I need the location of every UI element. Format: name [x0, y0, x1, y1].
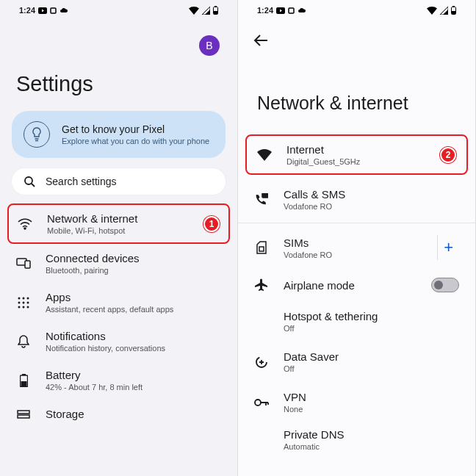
svg-point-10 [23, 297, 25, 299]
page-title: Network & internet [238, 50, 475, 134]
svg-rect-21 [18, 411, 29, 414]
youtube-icon [38, 7, 47, 14]
row-title: Storage [46, 408, 221, 420]
row-subtitle: Assistant, recent apps, default apps [46, 305, 221, 314]
row-vpn[interactable]: VPN None [238, 382, 475, 422]
row-subtitle: 42% - About 7 hr, 8 min left [46, 383, 221, 392]
back-button[interactable] [251, 31, 270, 50]
svg-rect-20 [21, 381, 26, 386]
wifi-icon [18, 218, 32, 230]
row-title: Private DNS [284, 428, 459, 441]
row-title: Airplane mode [284, 279, 416, 292]
wifi-filled-icon [257, 149, 272, 161]
row-apps[interactable]: Apps Assistant, recent apps, default app… [0, 283, 237, 322]
airplane-toggle[interactable] [431, 278, 459, 292]
cloud-icon [298, 7, 306, 14]
row-title: Battery [46, 369, 221, 381]
profile-avatar[interactable]: B [199, 35, 220, 56]
row-title: Notifications [46, 330, 221, 342]
key-icon [254, 398, 269, 407]
data-saver-icon [254, 356, 269, 369]
row-internet[interactable]: Internet Digital_Guest_5GHz 2 [245, 134, 468, 175]
row-storage[interactable]: Storage [0, 400, 237, 428]
divider [238, 223, 475, 223]
row-calls-sms[interactable]: Calls & SMS Vodafone RO [238, 179, 475, 220]
row-airplane-mode[interactable]: Airplane mode [238, 269, 475, 301]
svg-rect-22 [18, 415, 29, 418]
row-title: Connected devices [46, 252, 221, 264]
wifi-icon [189, 7, 199, 15]
status-time: 1:24 [257, 6, 273, 15]
settings-list: Network & internet Mobile, Wi-Fi, hotspo… [0, 203, 237, 476]
sim-icon [254, 241, 269, 254]
wifi-icon [427, 7, 437, 15]
annotation-badge-1: 1 [203, 216, 220, 232]
airplane-icon [254, 278, 269, 292]
svg-point-31 [255, 400, 261, 405]
battery-icon [213, 6, 218, 15]
row-network-internet[interactable]: Network & internet Mobile, Wi-Fi, hotspo… [7, 203, 230, 244]
svg-point-9 [18, 297, 21, 299]
svg-rect-27 [452, 11, 455, 14]
status-square-icon [288, 7, 295, 14]
phone-chat-icon [254, 193, 269, 206]
annotation-badge-2: 2 [440, 147, 456, 163]
row-private-dns[interactable]: Private DNS Automatic [238, 422, 475, 451]
status-bar: 1:24 [238, 0, 475, 21]
row-notifications[interactable]: Notifications Notification history, conv… [0, 322, 237, 361]
svg-rect-28 [262, 193, 268, 198]
row-data-saver[interactable]: Data Saver Off [238, 342, 475, 382]
svg-rect-3 [214, 6, 217, 7]
arrow-left-icon [253, 35, 268, 46]
svg-point-12 [18, 301, 21, 303]
row-connected-devices[interactable]: Connected devices Bluetooth, pairing [0, 244, 237, 283]
svg-point-5 [25, 177, 32, 184]
row-subtitle: Mobile, Wi-Fi, hotspot [47, 226, 189, 235]
signal-icon [202, 7, 210, 15]
row-title: Hotspot & tethering [284, 310, 459, 322]
row-subtitle: Digital_Guest_5GHz [286, 157, 425, 166]
svg-point-17 [27, 306, 29, 308]
apps-icon [16, 297, 31, 309]
cloud-icon [60, 7, 68, 14]
row-title: Data Saver [284, 350, 459, 363]
storage-icon [16, 410, 31, 419]
search-placeholder: Search settings [46, 176, 117, 187]
svg-point-11 [27, 297, 29, 299]
svg-point-13 [23, 301, 25, 303]
svg-point-14 [27, 301, 29, 303]
search-settings[interactable]: Search settings [12, 168, 226, 195]
svg-rect-29 [259, 247, 264, 251]
row-sims[interactable]: SIMs Vodafone RO + [238, 226, 475, 269]
status-bar: 1:24 [0, 0, 237, 21]
row-battery[interactable]: Battery 42% - About 7 hr, 8 min left [0, 361, 237, 400]
row-subtitle: Off [284, 324, 459, 333]
tip-subtitle: Explore what you can do with your phone [62, 137, 209, 145]
signal-icon [440, 7, 448, 15]
youtube-icon [276, 7, 285, 14]
add-sim-button[interactable]: + [437, 235, 459, 260]
battery-icon [451, 6, 456, 15]
bulb-icon [24, 121, 50, 148]
network-list: Internet Digital_Guest_5GHz 2 Calls & SM… [238, 134, 475, 476]
row-subtitle: Vodafone RO [284, 250, 416, 259]
bell-icon [16, 335, 31, 348]
row-subtitle: None [284, 405, 459, 414]
svg-rect-1 [51, 8, 56, 13]
svg-point-15 [18, 306, 21, 308]
row-subtitle: Bluetooth, pairing [46, 266, 221, 275]
pixel-tip-card[interactable]: Get to know your Pixel Explore what you … [12, 111, 226, 158]
row-subtitle: Automatic [284, 442, 459, 451]
svg-rect-8 [25, 261, 30, 268]
row-subtitle: Off [284, 364, 459, 373]
row-title: SIMs [284, 237, 416, 249]
svg-rect-24 [289, 8, 294, 13]
row-hotspot[interactable]: Hotspot & tethering Off [238, 301, 475, 342]
svg-point-6 [24, 228, 26, 229]
battery-icon [16, 374, 31, 387]
settings-screen: 1:24 B Settings Get to know your Pixel E… [0, 0, 238, 476]
row-subtitle: Notification history, conversations [46, 344, 221, 353]
search-icon [24, 176, 35, 187]
row-title: Network & internet [47, 212, 189, 225]
svg-rect-4 [214, 11, 217, 14]
